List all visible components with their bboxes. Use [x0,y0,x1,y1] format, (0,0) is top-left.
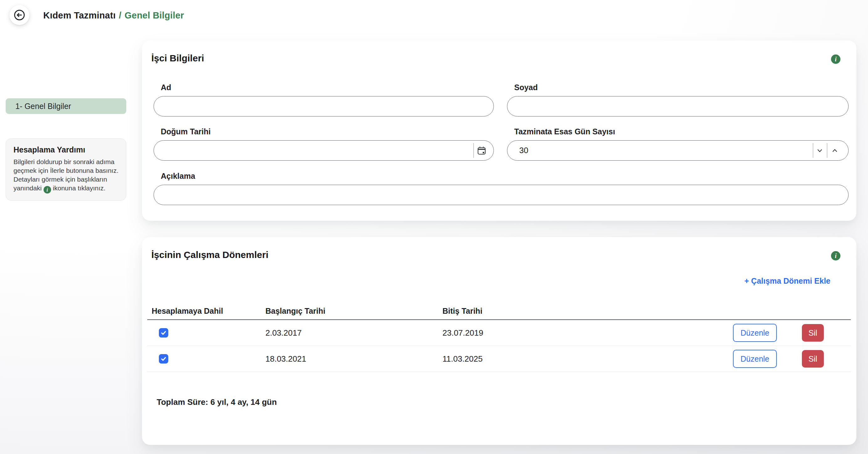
sidebar-item-genel-bilgiler[interactable]: 1- Genel Bilgiler [6,98,126,114]
edit-button[interactable]: Düzenle [733,324,777,342]
included-checkbox[interactable] [159,354,168,363]
info-icon: i [835,56,837,63]
help-card-body: Bilgileri doldurup bir sonraki adıma geç… [13,158,121,194]
input-divider [473,143,474,158]
field-tazminat-gun: Tazminata Esas Gün Sayısı [507,127,848,161]
end-date: 11.03.2025 [442,354,700,364]
help-card-title: Hesaplama Yardımı [13,145,121,154]
field-ad: Ad [154,83,494,117]
ad-input[interactable] [154,96,494,116]
check-icon [160,355,167,362]
chevron-down-icon [816,147,824,154]
header-bitis-tarihi: Bitiş Tarihi [442,306,700,316]
tazminat-gun-label: Tazminata Esas Gün Sayısı [514,127,848,136]
back-button[interactable] [9,5,29,25]
aciklama-label: Açıklama [161,171,848,181]
add-work-period-link[interactable]: + Çalışma Dönemi Ekle [745,277,830,286]
worker-info-card: İşci Bilgileri i Ad Soyad Doğum Tarihi [142,40,857,221]
arrow-left-circle-icon [13,8,26,22]
soyad-input-shell [507,96,848,117]
total-duration: Toplam Süre: 6 yıl, 4 ay, 14 gün [157,397,277,407]
check-icon [160,329,167,336]
worker-info-info-button[interactable]: i [831,55,840,64]
ad-input-shell [154,96,494,117]
dogum-tarihi-label: Doğum Tarihi [161,127,494,136]
delete-button[interactable]: Sil [802,324,824,342]
field-aciklama: Açıklama [154,171,848,205]
header-hesaplamaya-dahil: Hesaplamaya Dahil [147,306,266,316]
stepper-up-button[interactable] [830,145,839,156]
edit-button[interactable]: Düzenle [733,350,777,368]
info-icon: i [835,252,837,260]
calendar-picker-button[interactable] [475,144,488,157]
tazminat-gun-input-shell [507,140,848,161]
start-date: 18.03.2021 [266,354,442,364]
info-icon: i [43,186,51,194]
breadcrumb-separator: / [119,10,121,21]
table-header-row: Hesaplamaya Dahil Başlangıç Tarihi Bitiş… [147,302,851,320]
soyad-input[interactable] [507,96,848,116]
page: Kıdem Tazminatı / Genel Bilgiler 1- Gene… [0,0,868,454]
info-icon-glyph: i [47,187,48,193]
table-row: 2.03.2017 23.07.2019 Düzenle Sil [147,320,851,346]
chevron-up-icon [831,147,839,154]
end-date: 23.07.2019 [442,328,700,338]
soyad-label: Soyad [514,83,848,92]
work-periods-card-title: İşcinin Çalışma Dönemleri [151,250,268,260]
aciklama-input-shell [154,185,848,205]
page-title: Kıdem Tazminatı / Genel Bilgiler [43,10,184,21]
dogum-tarihi-input-shell [154,140,494,161]
start-date: 2.03.2017 [266,328,442,338]
work-periods-table: Hesaplamaya Dahil Başlangıç Tarihi Bitiş… [147,302,851,372]
table-row: 18.03.2021 11.03.2025 Düzenle Sil [147,346,851,372]
field-soyad: Soyad [507,83,848,117]
page-title-main: Kıdem Tazminatı [43,10,116,21]
ad-label: Ad [161,83,494,92]
help-card: Hesaplama Yardımı Bilgileri doldurup bir… [6,138,126,201]
header-baslangic-tarihi: Başlangıç Tarihi [266,306,442,316]
stepper-down-button[interactable] [815,145,825,156]
tazminat-gun-input[interactable] [507,140,848,160]
included-checkbox[interactable] [159,328,168,337]
help-body-text-after: ikonuna tıklayınız. [53,185,105,192]
breadcrumb: Genel Bilgiler [125,10,184,21]
input-divider [827,143,828,158]
sidebar-item-label: 1- Genel Bilgiler [16,102,71,111]
input-divider [813,143,813,158]
aciklama-input[interactable] [154,185,848,205]
field-dogum-tarihi: Doğum Tarihi [154,127,494,161]
worker-info-card-title: İşci Bilgileri [151,53,204,64]
work-periods-info-button[interactable]: i [831,251,840,260]
work-periods-card: İşcinin Çalışma Dönemleri i + Çalışma Dö… [142,237,857,445]
calendar-icon [476,145,487,156]
dogum-tarihi-input[interactable] [154,140,494,160]
delete-button[interactable]: Sil [802,350,824,367]
